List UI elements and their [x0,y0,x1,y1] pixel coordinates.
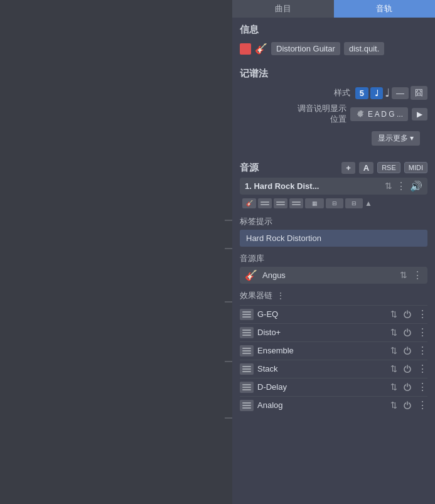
disto-more-icon[interactable]: ⋮ [417,326,427,338]
tab-tracks[interactable]: 曲目 [232,0,334,18]
effect-row-ddelay: D-Delay ⇅ ⋮ [240,378,427,396]
stack-sort-icon[interactable]: ⇅ [390,364,397,373]
geq-name: G-EQ [257,309,387,319]
stack-more-icon[interactable]: ⋮ [417,363,427,375]
geq-sort-icon[interactable]: ⇅ [390,309,397,319]
fret-line [225,361,232,362]
ctrl-icon-5-text: ⊟ [332,200,337,206]
midi-button[interactable]: MIDI [404,162,427,173]
stack-icon [240,363,254,375]
ensemble-more-icon[interactable]: ⋮ [417,345,427,357]
line [242,332,251,333]
ctrl-arrow-up[interactable]: ▲ [365,199,372,208]
notation-section-title: 记谱法 [232,62,435,83]
analog-power-button[interactable] [401,399,414,412]
line [260,201,269,203]
style-note-symbol[interactable]: ♩ [385,86,390,100]
track-color-block[interactable] [240,43,251,55]
ctrl-lines-1 [260,201,269,205]
style-note-btn[interactable]: ♩ [370,87,383,99]
analog-name: Analog [257,400,387,410]
ctrl-guitar-icon[interactable]: 🎸 [242,198,256,208]
fret-line [225,220,232,221]
style-active-btn[interactable]: 5 [355,87,368,99]
geq-icon [240,309,254,320]
effect-row-geq: G-EQ ⇅ ⋮ [240,305,427,323]
analog-icon-lines [242,402,251,409]
ctrl-icon-3[interactable] [289,198,303,208]
tuning-label: 调音说明显示位置 [298,104,346,125]
analog-sort-icon[interactable]: ⇅ [390,400,397,410]
tag-hint-label: 标签提示 [240,216,427,227]
line [242,389,251,390]
library-guitar-icon: 🎸 [245,269,257,281]
line [242,335,251,336]
stack-icon-lines [242,366,251,372]
show-more-btn[interactable]: 显示更多 ▾ [372,131,420,146]
style-tab-btn[interactable]: 囧 [411,86,427,100]
library-row[interactable]: 🎸 Angus ⇅ ⋮ [240,267,427,284]
rse-button[interactable]: RSE [377,162,400,173]
disto-power-button[interactable] [401,326,414,339]
line [242,350,251,351]
left-sidebar [0,0,232,504]
line [242,311,251,313]
sound-section-header: 音源 + A RSE MIDI [232,157,435,178]
instrument-name-button[interactable]: Distortion Guitar [271,42,340,55]
ctrl-icon-5[interactable]: ⊟ [326,198,343,208]
analog-more-icon[interactable]: ⋮ [417,399,427,411]
effects-section: 效果器链 ⋮ G-EQ ⇅ ⋮ [232,286,435,417]
fret-line [225,417,232,419]
line [260,204,269,205]
ddelay-sort-icon[interactable]: ⇅ [390,382,397,392]
instrument-short-button[interactable]: dist.quit. [344,42,384,55]
more-options-icon[interactable]: ⋮ [396,180,406,192]
ctrl-icon-4[interactable]: ▦ [305,198,324,208]
analog-icon [240,400,254,411]
line [276,201,285,203]
auto-sound-button[interactable]: A [359,162,373,174]
effects-more-icon[interactable]: ⋮ [276,291,285,301]
library-label: 音源库 [240,253,427,264]
add-sound-button[interactable]: + [341,162,355,174]
line [242,314,251,315]
geq-more-icon[interactable]: ⋮ [417,308,427,320]
disto-sort-icon[interactable]: ⇅ [390,328,397,337]
play-button[interactable]: ▶ [412,108,427,121]
stack-power-button[interactable] [401,363,414,375]
sound-track-row[interactable]: 1. Hard Rock Dist... ⇅ ⋮ 🔊 [240,178,427,195]
style-dash-btn[interactable]: — [392,87,409,99]
line [292,201,301,203]
line [276,204,285,205]
effect-row-ensemble: Ensemble ⇅ ⋮ [240,341,427,360]
tab-track-detail[interactable]: 音轨 [334,0,436,18]
speaker-button[interactable]: 🔊 [410,180,422,192]
power-icon [403,328,412,337]
ctrl-icon-6[interactable]: ⊟ [345,198,363,208]
notation-style-row: 样式 5 ♩ ♩ — 囧 [240,86,427,100]
guitar-icon: 🎸 [255,43,267,55]
ensemble-power-button[interactable] [401,345,414,357]
library-more-icon[interactable]: ⋮ [412,269,422,281]
ddelay-power-button[interactable] [401,381,414,394]
right-panel: 曲目 音轨 信息 🎸 Distortion Guitar dist.quit. … [232,0,435,504]
effect-row-disto: Disto+ ⇅ ⋮ [240,323,427,341]
power-icon [403,401,412,410]
ctrl-icon-2[interactable] [274,198,287,208]
gear-icon [355,109,365,119]
ddelay-more-icon[interactable]: ⋮ [417,381,427,393]
notation-section: 样式 5 ♩ ♩ — 囧 调音说明显示位置 E A D G ... ▶ 显示更多… [232,83,435,157]
ddelay-icon [240,382,254,393]
library-sort-icon[interactable]: ⇅ [400,270,407,280]
tag-hint-input[interactable]: Hard Rock Distortion [240,230,427,247]
ctrl-icon-6-text: ⊟ [352,200,357,206]
sort-icon[interactable]: ⇅ [385,181,392,191]
geq-power-button[interactable] [401,308,414,321]
tuning-gear-btn[interactable]: E A D G ... [350,107,408,121]
ensemble-sort-icon[interactable]: ⇅ [390,346,397,355]
line [242,387,251,388]
ctrl-icon-1[interactable] [258,198,272,208]
tag-hint-section: 标签提示 Hard Rock Distortion [232,215,435,249]
effect-row-analog: Analog ⇅ ⋮ [240,396,427,414]
style-btn-group: 5 ♩ ♩ — 囧 [355,86,427,100]
